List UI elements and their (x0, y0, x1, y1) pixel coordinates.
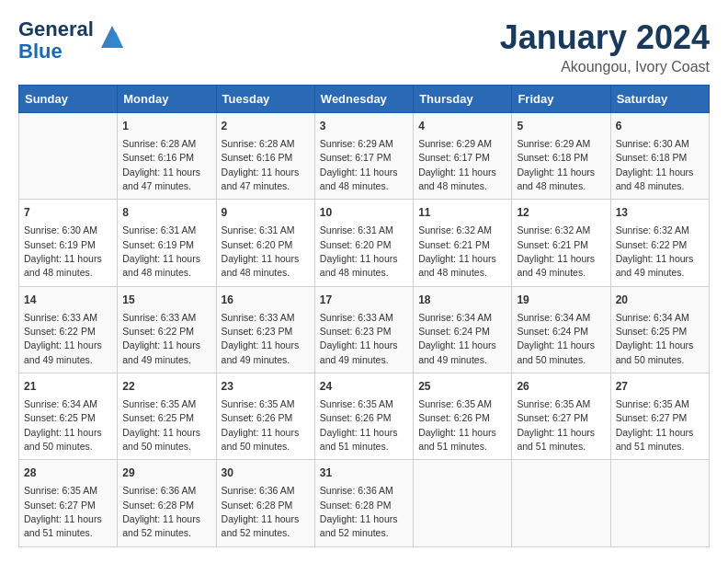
day-number: 13 (616, 205, 704, 221)
cell-text: Sunrise: 6:33 AM Sunset: 6:22 PM Dayligh… (24, 312, 102, 365)
calendar-cell: 31Sunrise: 6:36 AM Sunset: 6:28 PM Dayli… (314, 460, 413, 546)
cell-text: Sunrise: 6:34 AM Sunset: 6:25 PM Dayligh… (24, 398, 102, 452)
day-number: 3 (320, 119, 408, 134)
day-number: 8 (122, 205, 210, 221)
calendar-cell: 2Sunrise: 6:28 AM Sunset: 6:16 PM Daylig… (216, 113, 314, 200)
calendar-cell: 20Sunrise: 6:34 AM Sunset: 6:25 PM Dayli… (610, 286, 709, 373)
logo-blue: Blue (18, 40, 63, 63)
cell-text: Sunrise: 6:36 AM Sunset: 6:28 PM Dayligh… (122, 485, 200, 538)
col-header-sunday: Sunday (19, 86, 118, 113)
cell-text: Sunrise: 6:32 AM Sunset: 6:21 PM Dayligh… (517, 224, 595, 278)
cell-text: Sunrise: 6:35 AM Sunset: 6:26 PM Dayligh… (320, 398, 398, 452)
cell-text: Sunrise: 6:35 AM Sunset: 6:27 PM Dayligh… (24, 485, 102, 538)
calendar-cell: 15Sunrise: 6:33 AM Sunset: 6:22 PM Dayli… (118, 286, 216, 373)
day-number: 29 (122, 465, 210, 481)
week-row-3: 14Sunrise: 6:33 AM Sunset: 6:22 PM Dayli… (19, 286, 710, 373)
day-number: 10 (320, 205, 408, 221)
day-number: 20 (616, 293, 704, 308)
calendar-cell: 13Sunrise: 6:32 AM Sunset: 6:22 PM Dayli… (610, 200, 709, 286)
calendar-table: SundayMondayTuesdayWednesdayThursdayFrid… (18, 85, 710, 547)
calendar-cell: 29Sunrise: 6:36 AM Sunset: 6:28 PM Dayli… (118, 460, 216, 546)
week-row-5: 28Sunrise: 6:35 AM Sunset: 6:27 PM Dayli… (19, 460, 710, 546)
cell-text: Sunrise: 6:28 AM Sunset: 6:16 PM Dayligh… (122, 138, 200, 191)
day-number: 16 (222, 293, 310, 308)
calendar-cell: 23Sunrise: 6:35 AM Sunset: 6:26 PM Dayli… (216, 373, 314, 460)
cell-text: Sunrise: 6:36 AM Sunset: 6:28 PM Dayligh… (222, 485, 300, 538)
cell-text: Sunrise: 6:33 AM Sunset: 6:23 PM Dayligh… (222, 312, 300, 365)
calendar-cell: 26Sunrise: 6:35 AM Sunset: 6:27 PM Dayli… (512, 373, 610, 460)
calendar-cell (414, 460, 512, 546)
cell-text: Sunrise: 6:31 AM Sunset: 6:19 PM Dayligh… (122, 224, 200, 278)
main-title: January 2024 (500, 18, 710, 57)
week-row-1: 1Sunrise: 6:28 AM Sunset: 6:16 PM Daylig… (19, 113, 710, 200)
day-number: 23 (222, 379, 310, 395)
calendar-cell: 27Sunrise: 6:35 AM Sunset: 6:27 PM Dayli… (610, 373, 709, 460)
calendar-header-row: SundayMondayTuesdayWednesdayThursdayFrid… (19, 86, 710, 113)
calendar-cell (512, 460, 610, 546)
cell-text: Sunrise: 6:29 AM Sunset: 6:18 PM Dayligh… (517, 138, 595, 191)
day-number: 24 (320, 379, 408, 395)
day-number: 21 (24, 379, 112, 395)
calendar-cell: 16Sunrise: 6:33 AM Sunset: 6:23 PM Dayli… (216, 286, 314, 373)
calendar-cell: 1Sunrise: 6:28 AM Sunset: 6:16 PM Daylig… (118, 113, 216, 200)
week-row-2: 7Sunrise: 6:30 AM Sunset: 6:19 PM Daylig… (19, 200, 710, 286)
calendar-cell: 3Sunrise: 6:29 AM Sunset: 6:17 PM Daylig… (314, 113, 413, 200)
day-number: 22 (122, 379, 210, 395)
week-row-4: 21Sunrise: 6:34 AM Sunset: 6:25 PM Dayli… (19, 373, 710, 460)
title-block: January 2024 Akoungou, Ivory Coast (500, 18, 710, 75)
day-number: 15 (122, 293, 210, 308)
calendar-cell: 17Sunrise: 6:33 AM Sunset: 6:23 PM Dayli… (314, 286, 413, 373)
calendar-cell (19, 113, 118, 200)
cell-text: Sunrise: 6:29 AM Sunset: 6:17 PM Dayligh… (418, 138, 496, 191)
day-number: 4 (418, 119, 506, 134)
logo: General Blue (18, 18, 127, 63)
day-number: 31 (320, 465, 408, 481)
cell-text: Sunrise: 6:34 AM Sunset: 6:25 PM Dayligh… (616, 312, 694, 365)
day-number: 25 (418, 379, 506, 395)
calendar-cell: 10Sunrise: 6:31 AM Sunset: 6:20 PM Dayli… (314, 200, 413, 286)
day-number: 26 (517, 379, 605, 395)
calendar-cell: 19Sunrise: 6:34 AM Sunset: 6:24 PM Dayli… (512, 286, 610, 373)
day-number: 27 (616, 379, 704, 395)
cell-text: Sunrise: 6:31 AM Sunset: 6:20 PM Dayligh… (222, 224, 300, 278)
page-header: General Blue January 2024 Akoungou, Ivor… (18, 18, 710, 75)
calendar-cell: 6Sunrise: 6:30 AM Sunset: 6:18 PM Daylig… (610, 113, 709, 200)
cell-text: Sunrise: 6:35 AM Sunset: 6:27 PM Dayligh… (517, 398, 595, 452)
cell-text: Sunrise: 6:35 AM Sunset: 6:27 PM Dayligh… (616, 398, 694, 452)
calendar-cell: 14Sunrise: 6:33 AM Sunset: 6:22 PM Dayli… (19, 286, 118, 373)
calendar-cell: 12Sunrise: 6:32 AM Sunset: 6:21 PM Dayli… (512, 200, 610, 286)
day-number: 2 (222, 119, 310, 134)
cell-text: Sunrise: 6:30 AM Sunset: 6:18 PM Dayligh… (616, 138, 694, 191)
cell-text: Sunrise: 6:32 AM Sunset: 6:22 PM Dayligh… (616, 224, 694, 278)
day-number: 11 (418, 205, 506, 221)
cell-text: Sunrise: 6:36 AM Sunset: 6:28 PM Dayligh… (320, 485, 398, 538)
day-number: 28 (24, 465, 112, 481)
day-number: 5 (517, 119, 605, 134)
day-number: 9 (222, 205, 310, 221)
day-number: 6 (616, 119, 704, 134)
col-header-monday: Monday (118, 86, 216, 113)
day-number: 30 (222, 465, 310, 481)
calendar-cell: 7Sunrise: 6:30 AM Sunset: 6:19 PM Daylig… (19, 200, 118, 286)
col-header-friday: Friday (512, 86, 610, 113)
calendar-cell: 21Sunrise: 6:34 AM Sunset: 6:25 PM Dayli… (19, 373, 118, 460)
calendar-cell: 28Sunrise: 6:35 AM Sunset: 6:27 PM Dayli… (19, 460, 118, 546)
cell-text: Sunrise: 6:30 AM Sunset: 6:19 PM Dayligh… (24, 224, 102, 278)
subtitle: Akoungou, Ivory Coast (500, 59, 710, 75)
cell-text: Sunrise: 6:35 AM Sunset: 6:26 PM Dayligh… (222, 398, 300, 452)
calendar-cell: 18Sunrise: 6:34 AM Sunset: 6:24 PM Dayli… (414, 286, 512, 373)
cell-text: Sunrise: 6:33 AM Sunset: 6:22 PM Dayligh… (122, 312, 200, 365)
calendar-cell (610, 460, 709, 546)
calendar-cell: 9Sunrise: 6:31 AM Sunset: 6:20 PM Daylig… (216, 200, 314, 286)
cell-text: Sunrise: 6:35 AM Sunset: 6:25 PM Dayligh… (122, 398, 200, 452)
day-number: 7 (24, 205, 112, 221)
cell-text: Sunrise: 6:28 AM Sunset: 6:16 PM Dayligh… (222, 138, 300, 191)
calendar-cell: 4Sunrise: 6:29 AM Sunset: 6:17 PM Daylig… (414, 113, 512, 200)
calendar-cell: 30Sunrise: 6:36 AM Sunset: 6:28 PM Dayli… (216, 460, 314, 546)
day-number: 17 (320, 293, 408, 308)
cell-text: Sunrise: 6:34 AM Sunset: 6:24 PM Dayligh… (517, 312, 595, 365)
cell-text: Sunrise: 6:33 AM Sunset: 6:23 PM Dayligh… (320, 312, 398, 365)
day-number: 12 (517, 205, 605, 221)
cell-text: Sunrise: 6:29 AM Sunset: 6:17 PM Dayligh… (320, 138, 398, 191)
calendar-cell: 25Sunrise: 6:35 AM Sunset: 6:26 PM Dayli… (414, 373, 512, 460)
